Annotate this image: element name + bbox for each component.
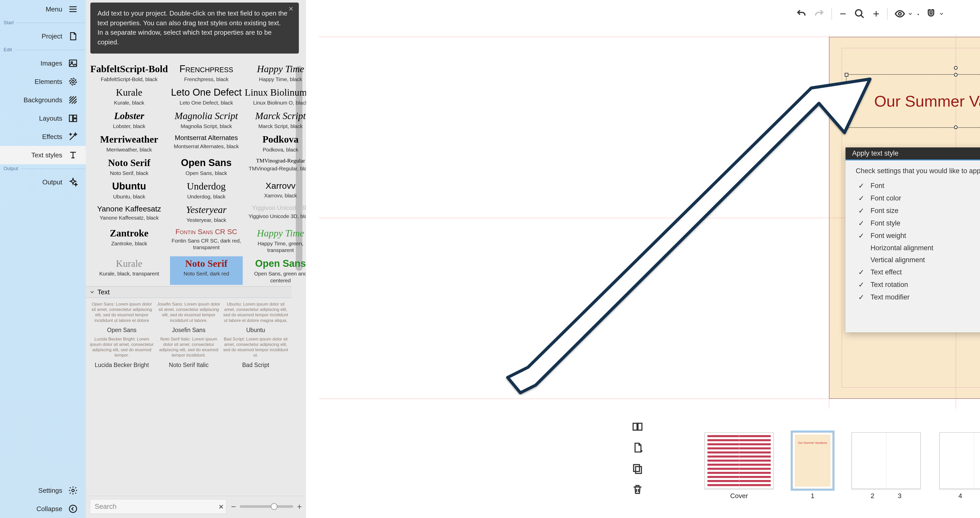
section-text-header[interactable]: Text bbox=[86, 286, 292, 298]
text-style-card[interactable]: PodkovaPodkova, black bbox=[244, 132, 306, 154]
dialog-option[interactable]: ✓Text modifier bbox=[856, 291, 980, 303]
dialog-titlebar[interactable]: Apply text style ✕ bbox=[845, 148, 980, 160]
text-style-card[interactable]: LobsterLobster, black bbox=[89, 109, 169, 130]
close-icon[interactable]: × bbox=[286, 5, 295, 14]
text-style-card[interactable]: TMVinograd-RegularTMVinograd-Regular, bl… bbox=[244, 156, 306, 178]
undo-button[interactable] bbox=[794, 6, 809, 21]
text-style-card[interactable]: KuraleKurale, black bbox=[89, 85, 169, 107]
text-style-card[interactable]: Leto One DefectLeto One Defect, black bbox=[170, 85, 243, 107]
rotate-handle[interactable] bbox=[954, 66, 958, 70]
dialog-option[interactable]: ✓Font color bbox=[856, 192, 980, 205]
text-style-card[interactable]: Yiggivoo Unicode 3DYiggivoo Unicode 3D, … bbox=[244, 202, 306, 224]
text-style-card[interactable]: Happy TimeHappy Time, green, transparent bbox=[244, 226, 306, 254]
preview-dropdown[interactable] bbox=[892, 6, 913, 21]
sidebar-item-output[interactable]: Output bbox=[0, 173, 86, 191]
sidebar-item-images[interactable]: Images bbox=[0, 54, 86, 72]
spread-toggle-button[interactable] bbox=[632, 421, 644, 434]
text-style-card[interactable]: FabfeltScript-BoldFabfeltScript-Bold, bl… bbox=[89, 62, 169, 84]
text-style-card[interactable]: Linux Biolinum OLinux Biolinum O, black bbox=[244, 85, 306, 107]
text-style-caption: Open Sans, green and centered bbox=[245, 270, 306, 284]
dialog-option[interactable]: ✓Font bbox=[856, 180, 980, 192]
paragraph-style-card[interactable]: Noto Serif Italic: Lorem ipsum dolor sit… bbox=[156, 337, 221, 369]
dialog-option[interactable]: ✓Text rotation bbox=[856, 278, 980, 291]
page-thumbnail[interactable]: 23 bbox=[852, 432, 921, 500]
paragraph-style-card[interactable]: Bad Script: Lorem ipsum dolor sit amet, … bbox=[223, 337, 288, 369]
svg-rect-0 bbox=[69, 60, 77, 66]
dialog-option[interactable]: ✓Text effect bbox=[856, 266, 980, 278]
text-style-caption: Linux Biolinum O, black bbox=[245, 100, 306, 106]
sidebar-item-textstyles[interactable]: Text styles bbox=[0, 146, 86, 164]
svg-point-2 bbox=[72, 80, 74, 83]
text-style-preview: Zantroke bbox=[90, 228, 168, 239]
sidebar-item-elements[interactable]: Elements bbox=[0, 72, 86, 91]
resize-handle-ml[interactable] bbox=[845, 99, 848, 103]
text-style-card[interactable]: Noto SerifNoto Serif, dark red bbox=[170, 256, 243, 285]
dialog-option-label: Text modifier bbox=[870, 293, 910, 301]
text-style-card[interactable]: KuraleKurale, black, transparent bbox=[89, 256, 169, 285]
text-style-card[interactable]: Marck ScriptMarck Script, black bbox=[244, 109, 306, 130]
thumbnail-page-number: 4 bbox=[959, 492, 962, 500]
checkmark-icon: ✓ bbox=[858, 219, 865, 227]
text-style-card[interactable]: Happy TimeHappy Time, black bbox=[244, 62, 306, 84]
dialog-option[interactable]: ✓Font size bbox=[856, 205, 980, 217]
dialog-option[interactable]: ✓Font weight bbox=[856, 230, 980, 242]
page-thumbnail[interactable]: 45 bbox=[939, 432, 980, 500]
text-style-card[interactable]: Fontin Sans CR SCFontin Sans CR SC, dark… bbox=[170, 226, 243, 254]
sidebar-item-settings[interactable]: Settings bbox=[0, 481, 86, 500]
text-style-card[interactable]: UnderdogUnderdog, black bbox=[170, 179, 243, 201]
text-style-card[interactable]: XarrovvXarrovv, black bbox=[244, 179, 306, 201]
dialog-option[interactable]: ✓Font style bbox=[856, 217, 980, 230]
text-style-card[interactable]: YesteryearYesteryear, black bbox=[170, 202, 243, 224]
redo-button[interactable] bbox=[811, 6, 827, 21]
dialog-option[interactable]: Vertical alignment bbox=[856, 254, 980, 266]
search-input[interactable]: Search × bbox=[90, 499, 226, 514]
dialog-title: Apply text style bbox=[852, 149, 899, 157]
zoom-slider[interactable] bbox=[240, 505, 293, 508]
zoom-out-button[interactable]: − bbox=[231, 502, 236, 512]
text-style-card[interactable]: Yanone KaffeesatzYanone Kaffeesatz, blac… bbox=[89, 202, 169, 224]
page-thumbnail[interactable]: Our Summer Vacations1 bbox=[792, 432, 833, 500]
sidebar-item-collapse[interactable]: Collapse bbox=[0, 500, 86, 518]
text-style-card[interactable]: Open SansOpen Sans, green and centered bbox=[244, 256, 306, 285]
chevron-left-circle-icon bbox=[67, 503, 79, 515]
sidebar-item-effects[interactable]: Effects bbox=[0, 127, 86, 146]
zoom-in-canvas-button[interactable]: + bbox=[870, 7, 883, 20]
page-thumbnails: CoverOur Summer Vacations12345678910 bbox=[705, 432, 965, 512]
text-style-card[interactable]: Montserrat AlternatesMontserrat Alternat… bbox=[170, 132, 243, 154]
paragraph-style-card[interactable]: Lucida Becker Bright: Lorem ipsum dolor … bbox=[89, 337, 154, 369]
zoom-out-canvas-button[interactable]: − bbox=[837, 7, 850, 20]
resize-handle-bm[interactable] bbox=[954, 126, 958, 129]
text-style-card[interactable]: UbuntuUbuntu, black bbox=[89, 179, 169, 201]
text-style-caption: Noto Serif, black bbox=[90, 170, 168, 176]
menu-button[interactable]: Menu bbox=[0, 0, 86, 18]
add-page-button[interactable] bbox=[632, 442, 644, 454]
delete-page-button[interactable] bbox=[632, 483, 644, 496]
dialog-option-label: Text effect bbox=[870, 268, 902, 276]
zoom-fit-button[interactable] bbox=[852, 6, 867, 21]
paragraph-style-card[interactable]: Open Sans: Lorem ipsum dolor sit amet, c… bbox=[89, 302, 154, 334]
snap-dropdown[interactable] bbox=[923, 6, 944, 21]
text-style-card[interactable]: Noto SerifNoto Serif, black bbox=[89, 156, 169, 178]
dialog-option[interactable]: Horizontal alignment bbox=[856, 242, 980, 254]
paragraph-style-card[interactable]: Josefin Sans: Lorem ipsum dolor sit amet… bbox=[156, 302, 221, 334]
text-style-caption: Noto Serif, dark red bbox=[171, 270, 242, 277]
sidebar-item-project[interactable]: Project bbox=[0, 27, 86, 45]
sidebar-item-layouts[interactable]: Layouts bbox=[0, 109, 86, 127]
layout-icon bbox=[67, 113, 79, 124]
page-thumbnail-cover[interactable]: Cover bbox=[705, 432, 773, 500]
text-style-card[interactable]: ZantrokeZantroke, black bbox=[89, 226, 169, 254]
text-style-caption: Ubuntu, black bbox=[90, 193, 168, 200]
text-field[interactable]: Our Summer Vacations bbox=[846, 74, 980, 128]
zoom-in-button[interactable]: + bbox=[297, 502, 302, 512]
resize-handle-tm[interactable] bbox=[954, 73, 958, 76]
paragraph-style-card[interactable]: Ubuntu: Lorem ipsum dolor sit amet, cons… bbox=[223, 302, 288, 334]
sidebar-item-backgrounds[interactable]: Backgrounds bbox=[0, 91, 86, 109]
text-style-card[interactable]: FrenchpressFrenchpress, black bbox=[170, 62, 243, 84]
clear-search-icon[interactable]: × bbox=[218, 502, 224, 512]
resize-handle-bl[interactable] bbox=[845, 126, 848, 129]
resize-handle-tl[interactable] bbox=[845, 73, 848, 76]
text-style-card[interactable]: Magnolia ScriptMagnolia Script, black bbox=[170, 109, 243, 130]
text-style-card[interactable]: MerriweatherMerriweather, black bbox=[89, 132, 169, 154]
duplicate-page-button[interactable] bbox=[632, 462, 644, 475]
text-style-card[interactable]: Open SansOpen Sans, black bbox=[170, 156, 243, 178]
